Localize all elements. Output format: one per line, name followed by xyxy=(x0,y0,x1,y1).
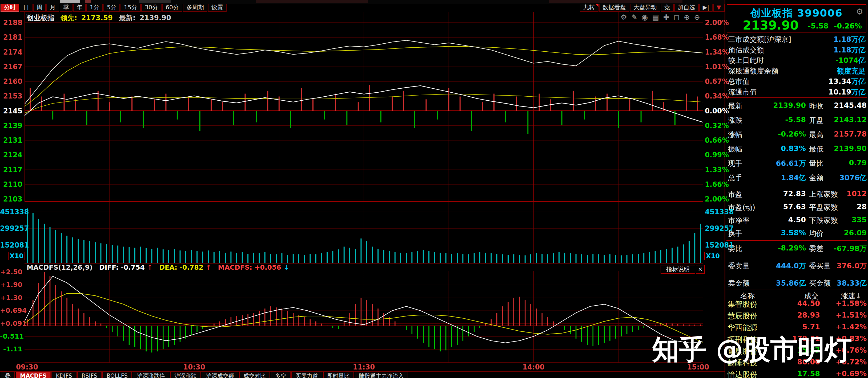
macd-hist-bar-down xyxy=(196,326,197,332)
volume-bar xyxy=(293,254,294,263)
period-tab-15分[interactable]: 15分 xyxy=(121,4,141,12)
tick-volume-bar-up xyxy=(516,97,517,111)
order-row-value: 万 xyxy=(799,262,806,270)
hand-pan-icon[interactable]: ✚ xyxy=(663,13,670,21)
volume-bar xyxy=(672,248,673,263)
zoom-in-icon[interactable]: ⊕ xyxy=(684,13,690,21)
stock-row[interactable]: 集智股份44.50+1.58% xyxy=(725,299,868,311)
macd-hist-bar-up xyxy=(44,272,45,326)
percent-axis-label: 2.00% xyxy=(705,19,724,27)
macd-hist-bar-up xyxy=(400,326,401,326)
macd-hist-bar-up xyxy=(666,323,667,326)
indicator-tab-成交对比[interactable]: 成交对比 xyxy=(239,372,270,378)
volume-bar xyxy=(247,254,248,263)
macd-hist-bar-up xyxy=(304,317,305,325)
indicator-tab-沪深涨跌[interactable]: 沪深涨跌 xyxy=(170,372,201,378)
indicator-tab-叠[interactable]: 叠 xyxy=(1,372,15,378)
period-tab-月[interactable]: 月 xyxy=(46,4,59,12)
toolbar-button-九转[interactable]: 九转 xyxy=(580,4,598,12)
indicator-tab-BOLLFS[interactable]: BOLLFS xyxy=(102,372,132,378)
volume-bar xyxy=(553,253,554,263)
macd-hist-bar-down xyxy=(615,326,616,339)
macd-axis-label: +0.694 xyxy=(0,307,22,314)
period-tab-5分[interactable]: 5分 xyxy=(103,4,120,12)
indicator-tab-KDJFS[interactable]: KDJFS xyxy=(52,372,76,378)
pencil-icon[interactable]: ✎ xyxy=(631,13,638,21)
indicator-tab-买卖力道[interactable]: 买卖力道 xyxy=(291,372,322,378)
indicator-tab-沪深涨跌停[interactable]: 沪深涨跌停 xyxy=(133,372,169,378)
tick-volume-bar-up xyxy=(369,85,370,111)
valuation-row-value: 3.58% xyxy=(781,229,806,237)
indicator-tab-即时量比[interactable]: 即时量比 xyxy=(323,372,354,378)
clipped-toolbar-fragment xyxy=(549,0,682,3)
info-row-value: 10.19 xyxy=(829,88,851,96)
period-tab-季[interactable]: 季 xyxy=(60,4,72,12)
close-icon[interactable]: × xyxy=(696,265,705,274)
lock-icon[interactable]: ◻ xyxy=(674,13,680,21)
clipped-toolbar-fragment xyxy=(256,0,368,3)
quote-row-value: 2139.90 xyxy=(773,101,806,109)
info-row-label: 预估成交额 xyxy=(728,45,764,55)
quote-row: -0.26% xyxy=(755,130,806,138)
stock-change-value: +1.42% xyxy=(836,323,867,331)
period-tab-多周期[interactable]: 多周期 xyxy=(183,4,208,12)
toolbar-button-数据看盘[interactable]: 数据看盘 xyxy=(599,4,629,12)
volume-bar xyxy=(270,254,271,263)
quote-panel-header: 创业板指 399006 ⚙ 2139.90 -5.58 -0.26% xyxy=(727,4,866,32)
period-tab-30分[interactable]: 30分 xyxy=(141,4,161,12)
period-tab-日[interactable]: 日 xyxy=(20,4,33,12)
toolbar-button-大盘异动[interactable]: 大盘异动 xyxy=(630,4,660,12)
zoom-out-icon[interactable]: ⊖ xyxy=(694,13,700,21)
indicator-tab-RSIFS[interactable]: RSIFS xyxy=(77,372,101,378)
dropdown-icon[interactable]: ▼ xyxy=(713,4,724,12)
macd-hist-bar-up xyxy=(377,309,378,326)
quote-row-value: 3076 xyxy=(839,174,860,182)
toolbar-button-竞[interactable]: 竞 xyxy=(661,4,674,12)
tick-volume-bar-up xyxy=(30,88,31,111)
valuation-row-label: 市净率 xyxy=(728,216,750,225)
stock-row[interactable]: 怡达股份17.58+0.69% xyxy=(725,370,868,378)
valuation-row: 57.63 xyxy=(755,203,806,211)
macd-hist-bar-down xyxy=(412,326,413,334)
settings-gear-icon[interactable]: ⚙ xyxy=(856,7,863,16)
stock-row[interactable]: 慧辰股份28.93+1.51% xyxy=(725,311,868,323)
eye-icon[interactable]: ◉ xyxy=(642,13,648,21)
volume-bar xyxy=(496,254,497,263)
volume-bar xyxy=(655,251,656,263)
macd-hist-bar-up xyxy=(525,300,526,326)
volume-bar xyxy=(287,255,288,263)
indicator-tab-多空[interactable]: 多空 xyxy=(271,372,290,378)
indicator-tab-陆股通主力净流入[interactable]: 陆股通主力净流入 xyxy=(355,372,408,378)
volume-bar xyxy=(632,254,633,263)
volume-axis-label: 299257 xyxy=(0,225,22,232)
gear-icon[interactable]: ⚙ xyxy=(621,13,627,21)
indicator-help-button[interactable]: 指标说明 xyxy=(660,265,695,274)
period-tab-分时[interactable]: 分时 xyxy=(1,4,19,12)
next-period-icon[interactable]: ▶| xyxy=(699,4,713,12)
volume-bar xyxy=(389,251,390,263)
volume-bar xyxy=(106,244,107,263)
valuation-row-value: 26.09 xyxy=(844,229,867,237)
toolbox-icon[interactable]: ▤ xyxy=(652,13,659,21)
toolbar-button-加自选[interactable]: 加自选 xyxy=(674,4,699,12)
period-tab-1分[interactable]: 1分 xyxy=(86,4,103,12)
order-row: 444.0万 xyxy=(755,261,806,271)
volume-bar xyxy=(395,252,396,263)
stock-price: 17.58 xyxy=(777,370,820,378)
order-row: -8.29% xyxy=(755,244,806,252)
period-tab-周[interactable]: 周 xyxy=(33,4,46,12)
period-tab-设置[interactable]: 设置 xyxy=(208,4,226,12)
tick-volume-bar-up xyxy=(279,97,280,111)
period-tab-60分[interactable]: 60分 xyxy=(162,4,182,12)
volume-bar xyxy=(349,248,350,263)
period-tab-年[interactable]: 年 xyxy=(73,4,86,12)
macd-hist-bar-up xyxy=(84,313,85,325)
indicator-tab-MACDFS[interactable]: MACDFS xyxy=(16,372,51,378)
info-row: 1.18万亿 xyxy=(813,45,866,55)
indicator-tab-沪深成交额[interactable]: 沪深成交额 xyxy=(202,372,238,378)
volume-bar xyxy=(406,253,407,263)
quote-row-value: 2157.78 xyxy=(834,130,867,138)
quote-row-value: 2139.90 xyxy=(834,144,867,152)
macd-hist-bar-up xyxy=(361,298,362,326)
macd-hist-bar-up xyxy=(485,323,486,325)
